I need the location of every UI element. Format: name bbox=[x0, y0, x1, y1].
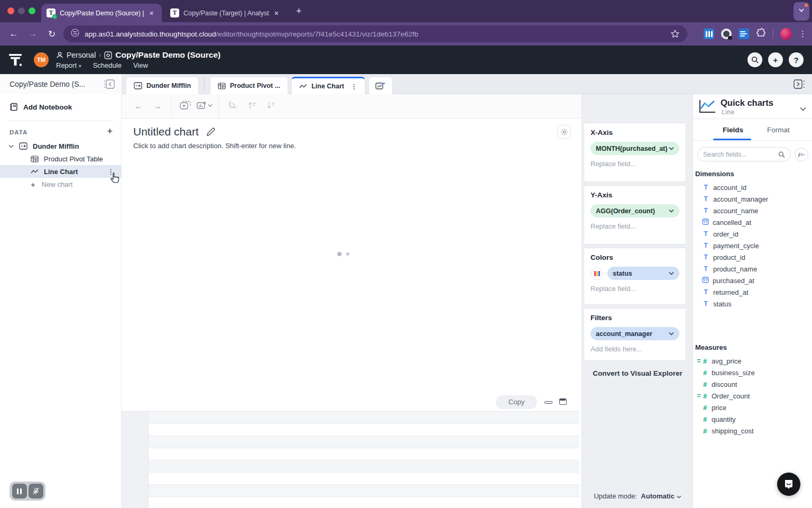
browser-menu-icon[interactable]: ⋮ bbox=[799, 29, 807, 39]
undo-button[interactable]: ← bbox=[129, 102, 148, 111]
measure-item[interactable]: # price bbox=[693, 402, 812, 413]
sort-ascending-button[interactable] bbox=[242, 101, 261, 112]
dimension-item[interactable]: T account_name bbox=[693, 205, 812, 216]
measure-item[interactable]: = # Order_count bbox=[693, 390, 812, 402]
search-input[interactable] bbox=[703, 151, 778, 158]
breadcrumb-personal[interactable]: Personal bbox=[67, 51, 96, 59]
chart-title[interactable]: Untitled chart bbox=[133, 125, 215, 138]
tab-format[interactable]: Format bbox=[767, 126, 790, 134]
add-data-button[interactable]: + bbox=[107, 126, 113, 137]
chevron-down-icon[interactable] bbox=[8, 144, 14, 148]
add-notebook-button[interactable]: Add Notebook bbox=[0, 101, 122, 113]
measure-item[interactable]: # discount bbox=[693, 378, 812, 390]
mic-off-button[interactable] bbox=[29, 484, 43, 498]
y-axis-field-pill[interactable]: AGG(Order_count) bbox=[590, 204, 679, 217]
sidebar-item-line-chart[interactable]: Line Chart ⋮ bbox=[0, 165, 122, 178]
swap-axes-button[interactable] bbox=[223, 101, 242, 112]
dimension-item[interactable]: cancelled_at bbox=[693, 216, 812, 228]
extension-list-icon[interactable] bbox=[739, 29, 749, 39]
sidebar-new-chart-button[interactable]: + New chart bbox=[0, 178, 122, 190]
sidebar-item-product-pivot-table[interactable]: Product Pivot Table bbox=[0, 152, 122, 165]
convert-to-visual-explorer-button[interactable]: Convert to Visual Explorer bbox=[582, 369, 693, 377]
measure-item[interactable]: # quantity bbox=[693, 413, 812, 425]
dimension-item[interactable]: T account_manager bbox=[693, 193, 812, 205]
user-avatar[interactable]: TM bbox=[34, 52, 49, 67]
collapse-sidebar-icon[interactable] bbox=[104, 79, 115, 92]
colors-field-pill[interactable]: status bbox=[607, 267, 679, 280]
search-fields-input[interactable] bbox=[697, 147, 791, 161]
replace-field-placeholder[interactable]: Replace field... bbox=[590, 285, 679, 293]
browser-tab-target[interactable]: Copy/Paste (Target) | Analyst × bbox=[165, 4, 289, 22]
chart-description-placeholder[interactable]: Click to add chart description. Shift-en… bbox=[133, 142, 296, 150]
add-fields-placeholder[interactable]: Add fields here... bbox=[590, 345, 679, 353]
tab-dunder-mifflin[interactable]: Dunder Mifflin bbox=[126, 77, 199, 94]
copy-button[interactable]: Copy bbox=[496, 395, 537, 409]
chevron-down-icon[interactable] bbox=[669, 332, 674, 335]
add-button[interactable]: + bbox=[768, 52, 783, 67]
bookmark-star-icon[interactable] bbox=[670, 29, 680, 41]
replace-field-placeholder[interactable]: Replace field... bbox=[590, 222, 679, 230]
extension-grid-icon[interactable] bbox=[704, 29, 714, 39]
tab-close-icon[interactable]: × bbox=[150, 10, 154, 17]
pause-button[interactable] bbox=[12, 484, 27, 498]
replace-field-placeholder[interactable]: Replace field... bbox=[590, 160, 679, 168]
chart-settings-button[interactable] bbox=[557, 125, 571, 139]
search-button[interactable] bbox=[748, 52, 762, 67]
browser-profile-avatar[interactable] bbox=[780, 28, 792, 40]
window-zoom-button[interactable] bbox=[29, 7, 35, 14]
tab-close-icon[interactable]: × bbox=[274, 10, 279, 17]
new-tab-button[interactable]: + bbox=[296, 6, 302, 16]
dimension-item[interactable]: T payment_cycle bbox=[693, 240, 812, 251]
measure-item[interactable]: # shipping_cost bbox=[693, 425, 812, 437]
browser-back-button[interactable]: ← bbox=[4, 29, 23, 39]
dimension-item[interactable]: purchased_at bbox=[693, 275, 812, 286]
remove-chart-button[interactable] bbox=[195, 101, 214, 112]
dimension-item[interactable]: T product_id bbox=[693, 251, 812, 263]
measure-item[interactable]: # business_size bbox=[693, 367, 812, 378]
chat-launcher-button[interactable] bbox=[777, 473, 800, 496]
menu-view[interactable]: View bbox=[133, 61, 148, 69]
color-palette-icon[interactable] bbox=[590, 267, 603, 280]
browser-tab-source[interactable]: ✓ Copy/Paste Demo (Source) | × bbox=[41, 4, 162, 22]
address-bar[interactable]: app.as01.analyststudio.thoughtspot.cloud… bbox=[63, 25, 687, 42]
tab-menu-icon[interactable]: ⋮ bbox=[350, 83, 357, 90]
dimension-item[interactable]: T account_id bbox=[693, 182, 812, 193]
browser-forward-button[interactable]: → bbox=[23, 29, 42, 39]
chevron-down-icon[interactable] bbox=[669, 209, 674, 213]
recording-controls[interactable] bbox=[10, 482, 45, 501]
chevron-down-icon[interactable] bbox=[800, 104, 806, 113]
edit-pencil-icon[interactable] bbox=[206, 128, 215, 137]
app-logo-icon[interactable] bbox=[8, 52, 24, 69]
tab-fields[interactable]: Fields bbox=[723, 126, 743, 134]
dimension-item[interactable]: T order_id bbox=[693, 228, 812, 240]
dimension-item[interactable]: T status bbox=[693, 298, 812, 310]
filters-field-pill[interactable]: account_manager bbox=[590, 327, 679, 340]
site-info-icon[interactable] bbox=[71, 29, 79, 39]
window-minimize-button[interactable] bbox=[18, 7, 25, 14]
dimension-item[interactable]: T returned_at bbox=[693, 286, 812, 298]
chevron-down-icon[interactable] bbox=[669, 147, 674, 150]
extension-password-icon[interactable] bbox=[721, 29, 732, 39]
quick-charts-header[interactable]: Quick charts Line bbox=[693, 94, 812, 119]
menu-report[interactable]: Report ▾ bbox=[56, 61, 81, 69]
duplicate-chart-button[interactable] bbox=[176, 101, 195, 112]
measure-item[interactable]: = # avg_price bbox=[693, 355, 812, 367]
help-button[interactable]: ? bbox=[789, 52, 804, 67]
window-close-button[interactable] bbox=[7, 7, 14, 14]
x-axis-field-pill[interactable]: MONTH(purchased_at) bbox=[590, 142, 679, 155]
browser-reload-button[interactable]: ↻ bbox=[42, 29, 61, 40]
sidebar-item-dunder-mifflin[interactable]: Dunder Mifflin bbox=[0, 140, 122, 152]
new-chart-tab-button[interactable]: + bbox=[368, 77, 393, 94]
report-title[interactable]: Copy/Paste Demo (Source) bbox=[115, 50, 220, 60]
tab-search-button[interactable] bbox=[793, 2, 809, 21]
expand-panel-icon[interactable] bbox=[793, 79, 806, 92]
extensions-puzzle-icon[interactable] bbox=[756, 28, 766, 40]
minimize-panel-icon[interactable] bbox=[545, 401, 552, 404]
sort-descending-button[interactable] bbox=[261, 101, 280, 112]
chevron-down-icon[interactable] bbox=[669, 271, 674, 275]
tab-line-chart[interactable]: Line Chart ⋮ bbox=[291, 77, 365, 94]
add-formula-button[interactable]: ƒx+ bbox=[795, 148, 808, 161]
maximize-panel-icon[interactable] bbox=[559, 398, 567, 405]
update-mode-control[interactable]: Update mode: Automatic bbox=[582, 492, 693, 500]
redo-button[interactable]: → bbox=[148, 102, 167, 111]
